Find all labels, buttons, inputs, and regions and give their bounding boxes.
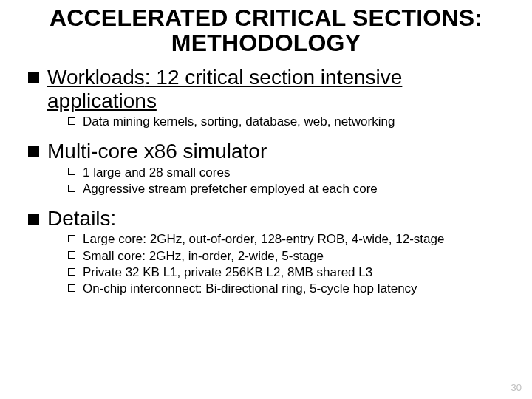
section-workloads: Workloads: 12 critical section intensive… [28,66,507,129]
section-head: Workloads: 12 critical section intensive… [47,66,402,112]
slide-title: ACCELERATED CRITICAL SECTIONS: METHODOLO… [25,6,507,55]
bullet-list-level2: Data mining kernels, sorting, database, … [47,114,507,129]
list-item: Aggressive stream prefetcher employed at… [68,181,507,197]
bullet-list-level1: Workloads: 12 critical section intensive… [25,66,507,296]
title-line-2: METHODOLOGY [171,30,361,56]
bullet-list-level2: 1 large and 28 small cores Aggressive st… [47,165,507,197]
bullet-list-level2: Large core: 2GHz, out-of-order, 128-entr… [47,231,507,296]
list-item: Large core: 2GHz, out-of-order, 128-entr… [68,231,507,247]
page-number: 30 [511,382,522,393]
list-item: 1 large and 28 small cores [68,165,507,180]
section-head: Details: [47,207,116,230]
list-item: Small core: 2GHz, in-order, 2-wide, 5-st… [68,248,507,264]
list-item: Private 32 KB L1, private 256KB L2, 8MB … [68,265,507,280]
list-item: On-chip interconnect: Bi-directional rin… [68,281,507,296]
section-head: Multi-core x86 simulator [47,140,267,163]
list-item: Data mining kernels, sorting, database, … [68,114,507,129]
title-line-1: ACCELERATED CRITICAL SECTIONS: [50,4,482,31]
section-details: Details: Large core: 2GHz, out-of-order,… [28,207,507,296]
section-simulator: Multi-core x86 simulator 1 large and 28 … [28,140,507,197]
